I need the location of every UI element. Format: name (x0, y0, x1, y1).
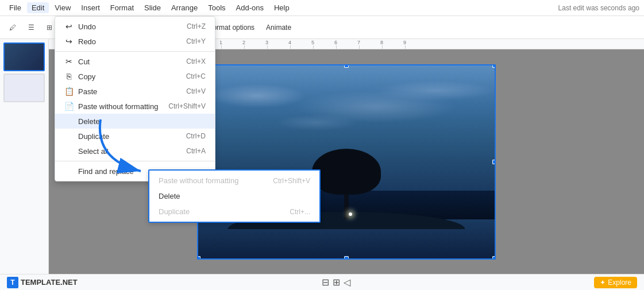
slide-thumbnail-1 (5, 44, 44, 70)
slide-canvas (197, 64, 496, 260)
ruler-tick: 6 (336, 45, 359, 49)
menu-item-paste-left: 📋 Paste (64, 87, 97, 96)
popup-duplicate-shortcut: Ctrl+... (290, 208, 310, 216)
explore-icon: ✦ (600, 279, 606, 287)
menu-sep-1 (55, 51, 215, 52)
cut-label: Cut (78, 57, 90, 66)
paste-label: Paste (78, 87, 97, 96)
duplicate-shortcut: Ctrl+D (186, 132, 206, 140)
menu-view[interactable]: View (50, 2, 75, 13)
redo-shortcut: Ctrl+Y (186, 37, 206, 45)
menu-item-paste[interactable]: 📋 Paste Ctrl+V (55, 84, 215, 99)
ruler-tick: 5 (313, 45, 336, 49)
select-all-shortcut: Ctrl+A (186, 147, 206, 155)
menu-item-undo-left: ↩ Undo (64, 22, 96, 31)
undo-icon: ↩ (64, 22, 74, 31)
copy-shortcut: Ctrl+C (186, 72, 206, 80)
menu-item-paste-no-format[interactable]: 📄 Paste without formatting Ctrl+Shift+V (55, 99, 215, 114)
copy-label: Copy (78, 72, 95, 81)
delete-icon (64, 117, 74, 126)
menu-help[interactable]: Help (269, 2, 294, 13)
menu-item-copy[interactable]: ⎘ Copy Ctrl+C (55, 69, 215, 84)
ruler-tick: 9 (405, 45, 428, 49)
ruler-tick: 1 (221, 45, 244, 49)
logo-area: T TEMPLATE.NET (7, 277, 78, 288)
ruler-tick: 3 (267, 45, 290, 49)
toolbar-paint-icon[interactable]: 🖊 (5, 20, 21, 36)
logo-t-icon: T (7, 277, 18, 288)
menu-insert[interactable]: Insert (76, 2, 105, 13)
redo-label: Redo (78, 37, 96, 46)
menu-edit[interactable]: Edit (27, 2, 49, 13)
popup-delete[interactable]: Delete (149, 188, 319, 204)
menu-file[interactable]: File (5, 2, 26, 13)
light-dot (349, 212, 352, 216)
paste-nf-shortcut: Ctrl+Shift+V (168, 102, 206, 110)
duplicate-icon (64, 132, 74, 141)
menu-item-cut-left: ✂ Cut (64, 57, 90, 66)
handle-bot-right[interactable] (492, 256, 496, 260)
paste-nf-icon: 📄 (64, 102, 74, 111)
arrow-svg (89, 114, 158, 188)
popup-duplicate: Duplicate Ctrl+... (149, 204, 319, 219)
handle-top-right[interactable] (492, 64, 496, 68)
menu-item-undo[interactable]: ↩ Undo Ctrl+Z (55, 19, 215, 34)
redo-icon: ↪ (64, 37, 74, 46)
handle-top-mid[interactable] (344, 64, 349, 68)
toolbar-list-icon[interactable]: ☰ (23, 20, 39, 36)
menu-item-cut[interactable]: ✂ Cut Ctrl+X (55, 54, 215, 69)
cut-shortcut: Ctrl+X (186, 57, 206, 65)
menu-tools[interactable]: Tools (203, 2, 230, 13)
undo-shortcut: Ctrl+Z (187, 22, 206, 30)
explore-label: Explore (608, 279, 631, 287)
popup-paste-nf: Paste without formatting Ctrl+Shift+V (149, 173, 319, 188)
tree-top (312, 149, 381, 195)
handle-bot-mid[interactable] (344, 256, 349, 260)
slide-image (198, 65, 495, 258)
popup-paste-nf-shortcut: Ctrl+Shift+V (273, 177, 310, 185)
menu-item-redo[interactable]: ↪ Redo Ctrl+Y (55, 34, 215, 49)
undo-label: Undo (78, 22, 96, 31)
paste-shortcut: Ctrl+V (186, 87, 206, 95)
slide-view-list-icon[interactable]: ⊞ (333, 277, 340, 288)
ruler-tick: 2 (244, 45, 267, 49)
format-options-label: Format options (209, 24, 254, 32)
ruler-tick: 8 (382, 45, 405, 49)
menu-addons[interactable]: Add-ons (232, 2, 268, 13)
popup-duplicate-label: Duplicate (159, 207, 190, 216)
last-edit-label: Last edit was seconds ago (558, 4, 639, 12)
select-all-icon (64, 146, 74, 156)
explore-button[interactable]: ✦ Explore (594, 277, 637, 288)
ruler-tick: 7 (359, 45, 382, 49)
menu-item-copy-left: ⎘ Copy (64, 72, 95, 81)
menu-slide[interactable]: Slide (140, 2, 165, 13)
menu-item-paste-nf-left: 📄 Paste without formatting (64, 102, 158, 111)
slide-panel: 1 2 (0, 39, 49, 290)
handle-mid-right[interactable] (492, 160, 496, 164)
menu-arrange[interactable]: Arrange (167, 2, 202, 13)
slide-thumb-1[interactable]: 1 (3, 42, 45, 71)
menu-item-redo-left: ↪ Redo (64, 37, 96, 46)
slide-view-grid-icon[interactable]: ⊟ (322, 277, 329, 288)
slide-thumbnail-2 (5, 75, 44, 101)
paste-icon: 📋 (64, 87, 74, 96)
logo-text: TEMPLATE.NET (21, 278, 78, 287)
popup-delete-label: Delete (159, 192, 180, 200)
popup-paste-nf-label: Paste without formatting (159, 176, 238, 185)
find-replace-icon (64, 167, 74, 176)
bottom-bar: T TEMPLATE.NET ⊟ ⊞ ◁ ✦ Explore (0, 274, 644, 290)
handle-bot-left[interactable] (197, 256, 200, 260)
paste-nf-label: Paste without formatting (78, 102, 158, 111)
menu-format[interactable]: Format (106, 2, 138, 13)
delete-highlight-popup: Paste without formatting Ctrl+Shift+V De… (148, 169, 321, 223)
slide-controls: ⊟ ⊞ ◁ (322, 277, 350, 288)
slide-thumb-2[interactable]: 2 (3, 74, 45, 102)
slide-panel-toggle-icon[interactable]: ◁ (344, 277, 350, 288)
ruler-tick: 4 (290, 45, 313, 49)
menu-bar: File Edit View Insert Format Slide Arran… (0, 0, 644, 16)
cut-icon: ✂ (64, 57, 74, 66)
animate-label: Animate (266, 24, 291, 32)
copy-icon: ⎘ (64, 72, 74, 81)
animate-button[interactable]: Animate (261, 20, 296, 36)
arrow-annotation (89, 114, 158, 188)
